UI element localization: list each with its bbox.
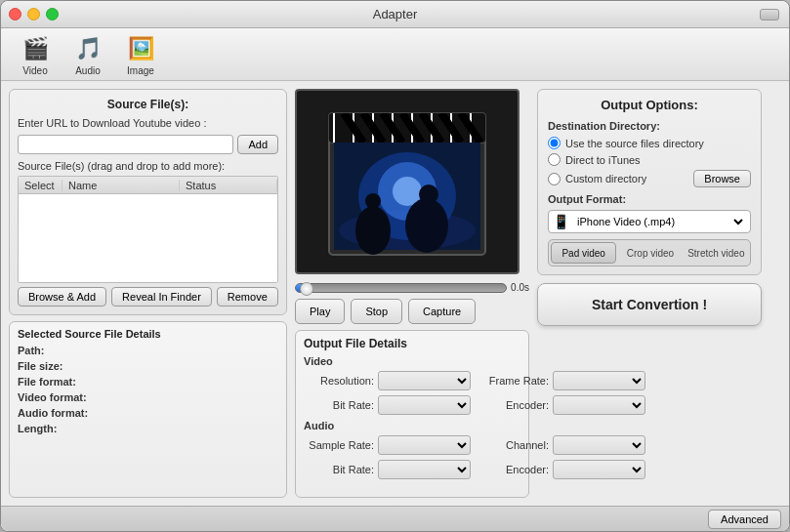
audio-bitrate-label: Bit Rate:	[304, 464, 374, 475]
dest-source-label[interactable]: Use the source files directory	[565, 138, 704, 149]
video-left: Resolution: Bit Rate:	[304, 371, 471, 420]
play-button[interactable]: Play	[295, 299, 345, 324]
crop-video-button[interactable]: Crop video	[618, 242, 682, 264]
browse-dest-button[interactable]: Browse	[693, 170, 751, 187]
dest-source-radio[interactable]	[548, 137, 561, 149]
svg-point-24	[355, 206, 391, 255]
dest-custom-radio[interactable]	[548, 173, 561, 185]
url-input[interactable]	[18, 135, 233, 154]
resolution-select[interactable]	[378, 371, 471, 390]
toolbar-audio[interactable]: 🎵 Audio	[63, 29, 112, 80]
video-icon: 🎬	[20, 33, 51, 64]
progress-row: 0.0s	[295, 282, 529, 293]
stop-button[interactable]: Stop	[351, 299, 402, 324]
main-content: Source File(s): Enter URL to Download Yo…	[1, 81, 789, 506]
detail-videoformat: Video format:	[18, 391, 278, 403]
middle-panel: 0.0s Play Stop Capture Output File Detai…	[295, 89, 529, 498]
dest-custom-label[interactable]: Custom directory	[565, 173, 646, 184]
output-file-title: Output File Details	[304, 337, 520, 350]
audio-icon: 🎵	[72, 33, 104, 64]
file-table-body	[19, 194, 277, 282]
time-label: 0.0s	[511, 282, 529, 293]
url-input-row: Add	[18, 135, 278, 154]
traffic-lights	[9, 8, 59, 20]
source-section: Source File(s): Enter URL to Download Yo…	[9, 89, 287, 315]
audio-bitrate-select[interactable]	[378, 460, 471, 479]
audio-left: Sample Rate: Bit Rate:	[304, 435, 471, 484]
stretch-video-button[interactable]: Stretch video	[685, 242, 748, 264]
start-conversion-button[interactable]: Start Convertion !	[537, 283, 762, 326]
bitrate-label: Bit Rate:	[304, 399, 374, 411]
format-row: Output Format: 📱 iPhone Video (.mp4)	[548, 193, 751, 233]
capture-button[interactable]: Capture	[408, 299, 476, 324]
samplerate-select[interactable]	[378, 435, 471, 455]
add-button[interactable]: Add	[237, 135, 278, 154]
output-options-title: Output Options:	[548, 98, 751, 112]
advanced-button[interactable]: Advanced	[708, 510, 781, 529]
svg-point-25	[365, 193, 381, 209]
output-file-details: Output File Details Video Resolution: Bi…	[295, 330, 529, 498]
image-icon: 🖼️	[125, 33, 156, 64]
pad-video-button[interactable]: Pad video	[551, 242, 616, 264]
detail-audioformat-key: Audio format:	[18, 407, 101, 419]
progress-bar[interactable]	[295, 283, 507, 293]
playback-row: Play Stop Capture	[295, 299, 529, 324]
remove-button[interactable]: Remove	[217, 287, 278, 307]
window-title: Adapter	[373, 7, 418, 21]
svg-point-27	[419, 184, 438, 204]
browse-add-button[interactable]: Browse & Add	[18, 287, 106, 307]
detail-path: Path:	[18, 345, 278, 356]
progress-thumb	[300, 282, 313, 296]
audio-bitrate-row: Bit Rate:	[304, 460, 471, 479]
detail-fileformat: File format:	[18, 376, 278, 388]
url-row: Enter URL to Download Youtube video :	[18, 117, 278, 129]
detail-videoformat-key: Video format:	[18, 391, 101, 403]
col-status: Status	[180, 180, 277, 191]
detail-audioformat: Audio format:	[18, 407, 278, 419]
audio-fields: Sample Rate: Bit Rate: Channel:	[304, 435, 520, 484]
audio-section-label: Audio	[304, 420, 520, 431]
dest-itunes-label[interactable]: Direct to iTunes	[565, 154, 641, 166]
preview-area	[295, 89, 520, 274]
close-button[interactable]	[9, 8, 21, 20]
format-label: Output Format:	[548, 193, 751, 205]
app-window: Adapter 🎬 Video 🎵 Audio 🖼️ Image Source …	[0, 0, 790, 532]
format-icon: 📱	[553, 214, 569, 229]
left-panel: Source File(s): Enter URL to Download Yo…	[9, 89, 287, 498]
toolbar-image[interactable]: 🖼️ Image	[116, 29, 165, 80]
dest-itunes-row: Direct to iTunes	[548, 153, 751, 166]
action-row: Browse & Add Reveal In Finder Remove	[18, 287, 278, 307]
format-select[interactable]: iPhone Video (.mp4)	[573, 215, 746, 228]
window-zoom[interactable]	[760, 9, 779, 20]
col-name: Name	[62, 180, 180, 191]
clapperboard-svg	[314, 103, 500, 260]
toolbar-audio-label: Audio	[75, 65, 101, 76]
bitrate-row: Bit Rate:	[304, 395, 471, 415]
drag-label: Source File(s) (drag and drop to add mor…	[18, 160, 278, 172]
detail-length-key: Length:	[18, 423, 101, 434]
resolution-row: Resolution:	[304, 371, 471, 390]
maximize-button[interactable]	[46, 8, 59, 20]
toolbar-video[interactable]: 🎬 Video	[11, 29, 60, 80]
bottom-bar: Advanced	[1, 506, 789, 531]
source-title: Source File(s):	[18, 98, 278, 111]
bitrate-select[interactable]	[378, 395, 471, 415]
minimize-button[interactable]	[27, 8, 40, 20]
svg-point-26	[405, 198, 448, 253]
video-section-label: Video	[304, 355, 520, 367]
dest-itunes-radio[interactable]	[548, 153, 561, 166]
reveal-finder-button[interactable]: Reveal In Finder	[111, 287, 212, 307]
dest-label: Destination Directory:	[548, 120, 751, 132]
samplerate-row: Sample Rate:	[304, 435, 471, 455]
samplerate-label: Sample Rate:	[304, 439, 374, 451]
output-options: Output Options: Destination Directory: U…	[537, 89, 762, 275]
right-panel: Output Options: Destination Directory: U…	[537, 89, 762, 498]
file-table: Select Name Status	[18, 176, 278, 283]
detail-filesize: File size:	[18, 360, 278, 372]
titlebar: Adapter	[1, 1, 789, 28]
detail-fileformat-key: File format:	[18, 376, 101, 388]
detail-length: Length:	[18, 423, 278, 434]
dest-custom-row: Custom directory Browse	[548, 170, 751, 187]
video-fields: Resolution: Bit Rate: Frame Rate:	[304, 371, 520, 420]
toolbar-image-label: Image	[127, 65, 154, 76]
